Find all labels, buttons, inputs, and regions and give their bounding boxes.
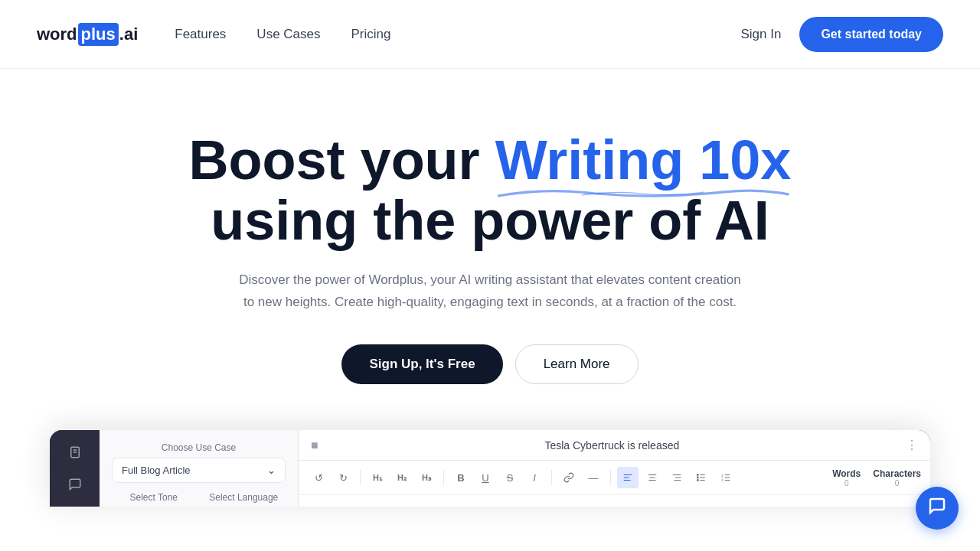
svg-point-16 <box>697 477 698 478</box>
svg-point-17 <box>697 480 698 481</box>
chat-icon <box>928 497 946 520</box>
app-preview: Choose Use Case Full Blog Article ⌄ Sele… <box>50 430 930 507</box>
logo: wordplus.ai <box>37 23 138 46</box>
char-count-value: 0 <box>895 479 900 487</box>
learn-more-button[interactable]: Learn More <box>515 344 639 384</box>
toolbar-strikethrough[interactable]: S <box>499 467 521 488</box>
word-count-value: 0 <box>844 479 849 487</box>
toolbar-underline[interactable]: U <box>475 467 496 488</box>
use-case-label: Choose Use Case <box>112 442 286 453</box>
svg-point-15 <box>697 474 698 476</box>
nav-item-use-cases[interactable]: Use Cases <box>256 27 320 42</box>
toolbar-align-right[interactable] <box>666 467 688 488</box>
toolbar-separator-2 <box>443 470 444 485</box>
word-count: Words 0 <box>832 468 861 487</box>
app-sidebar <box>50 430 100 507</box>
tone-language-row: Select Tone Formal ⌄ Select Language Eng… <box>112 492 286 507</box>
hero-title: Boost your Writing 10x using the power o… <box>145 130 835 251</box>
toolbar-bold[interactable]: B <box>450 467 472 488</box>
editor-topbar: ■ Tesla Cybertruck is released ⋮ <box>299 430 930 461</box>
hero-title-highlight: Writing 10x <box>495 130 792 191</box>
nav-item-pricing[interactable]: Pricing <box>351 27 391 42</box>
hero-description: Discover the power of Wordplus, your AI … <box>237 269 743 314</box>
nav-right: Sign In Get started today <box>740 17 943 52</box>
sidebar-icon-chat[interactable] <box>61 474 89 494</box>
chat-button[interactable] <box>916 487 959 530</box>
hero-section: Boost your Writing 10x using the power o… <box>0 69 980 537</box>
toolbar-separator-3 <box>551 470 552 485</box>
editor-toolbar: ↺ ↻ H₁ H₂ H₃ B U S I — <box>299 461 930 495</box>
logo-ai: .ai <box>119 24 138 44</box>
toolbar-link[interactable] <box>558 467 580 488</box>
toolbar-h1[interactable]: H₁ <box>367 467 388 488</box>
sign-in-link[interactable]: Sign In <box>740 27 781 42</box>
language-label: Select Language <box>202 492 286 503</box>
hero-title-before: Boost your <box>189 129 495 191</box>
toolbar-separator-1 <box>360 470 361 485</box>
sign-up-free-button[interactable]: Sign Up, It's Free <box>341 344 502 384</box>
tone-group: Select Tone Formal ⌄ <box>112 492 196 507</box>
nav-links: Features Use Cases Pricing <box>175 27 390 42</box>
toolbar-list-ol[interactable]: 123 <box>715 467 737 488</box>
editor-more-icon[interactable]: ⋮ <box>906 438 918 452</box>
editor-document-title: Tesla Cybertruck is released <box>544 439 679 452</box>
editor-stats: Words 0 Characters 0 <box>832 468 921 487</box>
nav-item-features[interactable]: Features <box>175 27 226 42</box>
logo-word: word <box>37 24 77 44</box>
nav-link-pricing[interactable]: Pricing <box>351 27 391 41</box>
toolbar-h2[interactable]: H₂ <box>391 467 413 488</box>
char-count-label: Characters <box>873 468 921 479</box>
editor-format-icon: ■ <box>311 439 318 452</box>
language-group: Select Language English ⌄ <box>202 492 286 507</box>
hero-buttons: Sign Up, It's Free Learn More <box>341 344 638 384</box>
svg-text:3: 3 <box>721 479 723 482</box>
toolbar-undo[interactable]: ↺ <box>308 467 329 488</box>
nav-link-use-cases[interactable]: Use Cases <box>256 27 320 41</box>
toolbar-redo[interactable]: ↻ <box>332 467 354 488</box>
use-case-select[interactable]: Full Blog Article ⌄ <box>112 458 286 483</box>
toolbar-list-ul[interactable] <box>691 467 712 488</box>
sidebar-icon-file[interactable] <box>61 442 89 462</box>
chevron-down-icon: ⌄ <box>267 465 276 476</box>
nav-left: wordplus.ai Features Use Cases Pricing <box>37 23 390 46</box>
word-count-label: Words <box>832 468 861 479</box>
char-count: Characters 0 <box>873 468 921 487</box>
nav-link-features[interactable]: Features <box>175 27 226 41</box>
underline-decoration <box>495 185 792 200</box>
toolbar-italic[interactable]: I <box>524 467 545 488</box>
get-started-button[interactable]: Get started today <box>799 17 943 52</box>
app-left-panel: Choose Use Case Full Blog Article ⌄ Sele… <box>100 430 299 507</box>
toolbar-divider[interactable]: — <box>583 467 604 488</box>
toolbar-h3[interactable]: H₃ <box>416 467 437 488</box>
toolbar-separator-4 <box>610 470 611 485</box>
app-preview-inner: Choose Use Case Full Blog Article ⌄ Sele… <box>50 430 930 507</box>
app-main-editor: ■ Tesla Cybertruck is released ⋮ ↺ ↻ H₁ … <box>299 430 930 507</box>
toolbar-align-left[interactable] <box>617 467 639 488</box>
logo-plus: plus <box>78 23 119 46</box>
navbar: wordplus.ai Features Use Cases Pricing S… <box>0 0 980 69</box>
tone-label: Select Tone <box>112 492 196 503</box>
toolbar-align-center[interactable] <box>642 467 663 488</box>
